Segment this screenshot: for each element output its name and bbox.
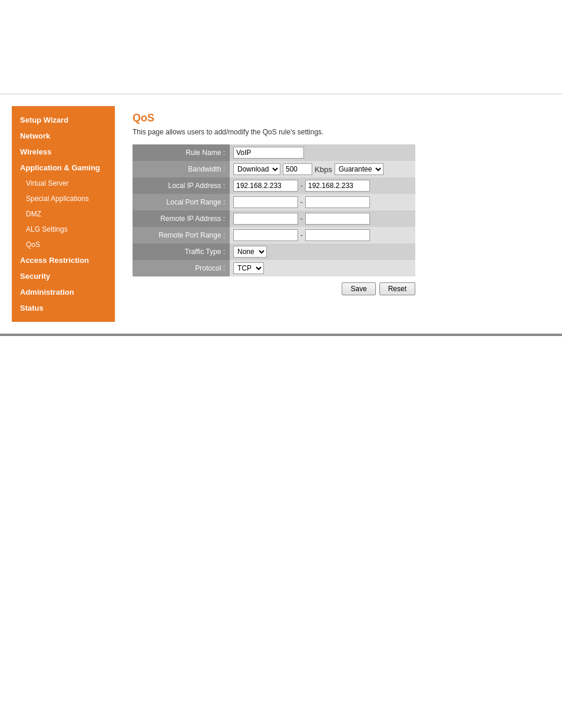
bandwidth-type-select[interactable]: GuaranteeMaximum — [335, 163, 384, 175]
reset-button[interactable]: Reset — [379, 282, 415, 295]
local-port-cell: - — [230, 194, 415, 210]
remote-ip-separator: - — [300, 215, 303, 223]
local-port-to-input[interactable] — [305, 196, 370, 208]
sidebar: Setup WizardNetworkWirelessApplication &… — [12, 106, 115, 322]
rule-name-label: Rule Name : — [133, 144, 230, 161]
rule-name-input[interactable] — [233, 147, 304, 159]
bandwidth-cell: DownloadUpload Kbps GuaranteeMaximum — [230, 161, 415, 177]
bandwidth-value-input[interactable] — [283, 163, 312, 175]
sidebar-item-qos[interactable]: QoS — [12, 237, 115, 252]
remote-port-from-input[interactable] — [233, 229, 298, 241]
traffic-type-cell: NoneDataVoiceVideo — [230, 243, 415, 260]
remote-ip-to-input[interactable] — [305, 213, 370, 225]
sidebar-item-setup-wizard[interactable]: Setup Wizard — [12, 112, 115, 128]
sidebar-item-alg-settings[interactable]: ALG Settings — [12, 222, 115, 237]
content-area: QoS This page allows users to add/modify… — [115, 106, 562, 322]
protocol-cell: TCPUDPBoth — [230, 260, 415, 276]
bandwidth-direction-select[interactable]: DownloadUpload — [233, 163, 280, 175]
sidebar-item-special-applications[interactable]: Special Applications — [12, 191, 115, 206]
page-title: QoS — [133, 112, 544, 124]
sidebar-item-status[interactable]: Status — [12, 300, 115, 316]
main-area: Setup WizardNetworkWirelessApplication &… — [0, 94, 562, 335]
sidebar-item-dmz[interactable]: DMZ — [12, 206, 115, 222]
local-port-from-input[interactable] — [233, 196, 298, 208]
local-ip-from-input[interactable] — [233, 180, 298, 192]
sidebar-item-security[interactable]: Security — [12, 268, 115, 284]
traffic-type-label: Traffic Type : — [133, 243, 230, 260]
sidebar-item-virtual-server[interactable]: Virtual Server — [12, 176, 115, 191]
bandwidth-unit-label: Kbps — [315, 165, 332, 174]
protocol-label: Protocol : — [133, 260, 230, 276]
local-port-separator: - — [300, 198, 303, 206]
local-ip-label: Local IP Address : — [133, 177, 230, 194]
sidebar-item-wireless[interactable]: Wireless — [12, 144, 115, 160]
local-ip-to-input[interactable] — [305, 180, 370, 192]
sidebar-item-administration[interactable]: Administration — [12, 284, 115, 300]
sidebar-item-access-restriction[interactable]: Access Restriction — [12, 252, 115, 268]
page-description: This page allows users to add/modify the… — [133, 128, 544, 136]
sidebar-item-app-gaming[interactable]: Application & Gaming — [12, 160, 115, 176]
remote-port-cell: - — [230, 227, 415, 243]
bandwidth-label: Bandwidth : — [133, 161, 230, 177]
remote-ip-cell: - — [230, 210, 415, 227]
local-port-label: Local Port Range : — [133, 194, 230, 210]
local-ip-separator: - — [300, 182, 303, 190]
remote-port-to-input[interactable] — [305, 229, 370, 241]
protocol-select[interactable]: TCPUDPBoth — [233, 262, 264, 274]
qos-form-table: Rule Name : Bandwidth : DownloadUpload K… — [133, 144, 415, 276]
remote-port-separator: - — [300, 231, 303, 239]
remote-port-label: Remote Port Range : — [133, 227, 230, 243]
rule-name-cell — [230, 144, 415, 161]
sidebar-item-network[interactable]: Network — [12, 128, 115, 144]
page-wrapper: Setup WizardNetworkWirelessApplication &… — [0, 0, 562, 728]
save-button[interactable]: Save — [342, 282, 375, 295]
remote-ip-from-input[interactable] — [233, 213, 298, 225]
remote-ip-label: Remote IP Address : — [133, 210, 230, 227]
top-spacer — [0, 0, 562, 94]
button-row: Save Reset — [133, 282, 415, 295]
traffic-type-select[interactable]: NoneDataVoiceVideo — [233, 246, 267, 258]
local-ip-cell: - — [230, 177, 415, 194]
bottom-spacer — [0, 335, 562, 728]
